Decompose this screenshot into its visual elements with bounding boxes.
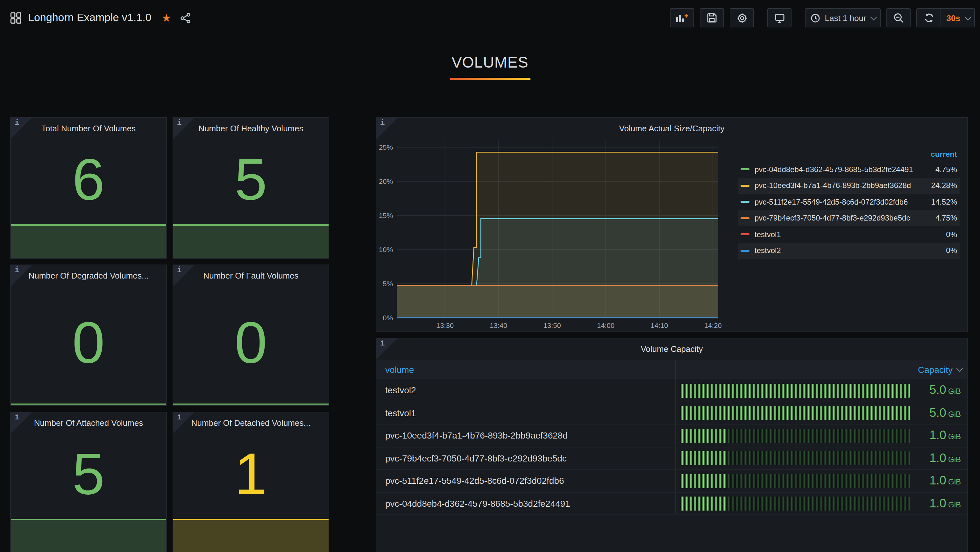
capacity-unit: GiB [948,387,961,396]
panel-info-corner [173,265,194,286]
stat-sparkline [11,404,166,405]
stat-sparkline [173,404,329,405]
capacity-unit: GiB [948,410,961,419]
column-header-capacity[interactable]: Capacity [676,364,967,375]
refresh-interval-picker[interactable]: 30s [941,8,975,27]
refresh-interval-label: 30s [947,13,960,22]
stat-sparkline [11,519,166,552]
capacity-unit: GiB [948,455,961,464]
panel-info-corner [376,338,397,359]
capacity-number: 5.0 [929,406,946,420]
legend-series-name[interactable]: testvol1 [754,230,946,239]
table-panel-title[interactable]: Volume Capacity [376,338,967,355]
stat-value: 5 [11,429,166,519]
info-icon[interactable]: i [380,339,385,348]
legend-series-name[interactable]: pvc-10eed3f4-b7a1-4b76-893b-2bb9aef3628d [754,181,931,190]
legend-current-header[interactable]: current [738,147,959,161]
legend-series-color-dash [741,217,749,219]
legend-series-current-value: 4.75% [935,165,957,174]
chart-legend: current pvc-04dd8eb4-d362-4579-8685-5b3d… [738,147,959,259]
table-panel-volume-capacity: i Volume Capacity volume Capacity testvo… [376,338,968,552]
led-gauge [680,451,910,465]
time-range-picker[interactable]: Last 1 hour [805,8,881,27]
dashboard-settings-button[interactable] [730,8,754,27]
svg-text:13:50: 13:50 [544,322,561,328]
chart-panel-title[interactable]: Volume Actual Size/Capacity [376,118,967,134]
info-icon[interactable]: i [177,266,181,275]
capacity-number: 1.0 [929,451,946,465]
stat-panel-title[interactable]: Number Of Degraded Volumes... [11,265,166,282]
led-gauge-filled [680,451,726,465]
add-panel-button[interactable] [670,8,694,27]
chevron-down-icon [871,14,877,20]
stat-value: 1 [173,429,329,519]
info-icon[interactable]: i [14,413,19,422]
stat-panel-title[interactable]: Number Of Fault Volumes [173,265,329,282]
stat-sparkline [11,224,166,258]
legend-series-color-dash [741,250,749,252]
stat-panel-5: iNumber Of Detached Volumes...1 [173,412,329,552]
favorite-star-icon[interactable]: ★ [162,13,172,23]
stat-panel-title[interactable]: Number Of Healthy Volumes [173,118,329,134]
svg-text:13:30: 13:30 [436,322,454,328]
legend-series-name[interactable]: pvc-511f2e17-5549-42d5-8c6d-072f3d02fdb6 [754,198,931,206]
info-icon[interactable]: i [177,118,181,128]
volume-name-cell: pvc-511f2e17-5549-42d5-8c6d-072f3d02fdb6 [376,470,676,492]
legend-series-color-dash [741,185,749,187]
svg-text:13:40: 13:40 [490,322,507,328]
capacity-gauge-cell [676,492,897,514]
led-gauge [680,383,910,397]
stat-panel-title[interactable]: Number Of Attached Volumes [11,412,166,429]
volume-name-cell: pvc-10eed3f4-b7a1-4b76-893b-2bb9aef3628d [376,424,676,447]
table-header: volume Capacity [376,360,967,379]
capacity-number: 1.0 [929,429,946,442]
svg-text:15%: 15% [379,212,393,220]
legend-row: testvol10% [738,226,959,242]
svg-text:0%: 0% [383,314,393,322]
stat-panel-2: iNumber Of Degraded Volumes...0 [10,265,167,406]
table-row: pvc-511f2e17-5549-42d5-8c6d-072f3d02fdb6… [376,470,967,492]
capacity-unit: GiB [948,478,961,487]
info-icon[interactable]: i [177,413,181,422]
stat-panel-0: iTotal Number Of Volumes6 [10,117,167,259]
stat-grid: iTotal Number Of Volumes6iNumber Of Heal… [10,117,329,552]
capacity-unit: GiB [948,500,961,509]
cycle-view-mode-button[interactable] [768,8,792,27]
legend-series-name[interactable]: pvc-04dd8eb4-d362-4579-8685-5b3d2fe24491 [754,165,935,174]
capacity-gauge-cell [676,402,897,424]
stat-value: 0 [11,282,166,404]
column-header-volume[interactable]: volume [376,360,676,379]
stat-panel-title[interactable]: Number Of Detached Volumes... [173,412,329,429]
capacity-number: 1.0 [929,496,946,510]
legend-series-name[interactable]: testvol2 [754,246,946,255]
legend-row: pvc-511f2e17-5549-42d5-8c6d-072f3d02fdb6… [738,194,959,210]
volume-name-cell: testvol1 [376,402,676,424]
table-row: testvol25.0GiB [376,379,967,402]
legend-row: testvol20% [738,242,959,259]
dashboard-title[interactable]: Longhorn Example v1.1.0 [28,11,151,24]
stat-sparkline [173,224,329,258]
panel-info-corner [173,118,194,139]
info-icon[interactable]: i [14,266,19,275]
info-icon[interactable]: i [380,118,385,128]
share-icon[interactable] [180,13,191,23]
grafana-dashboard: Longhorn Example v1.1.0 ★ [0,0,980,552]
stat-panel-1: iNumber Of Healthy Volumes5 [173,117,329,259]
clock-icon [811,13,821,22]
save-dashboard-button[interactable] [700,8,724,27]
stat-panel-title[interactable]: Total Number Of Volumes [11,118,166,134]
panel-info-corner [11,118,32,139]
timeseries-chart[interactable]: 0%5%10%15%20%25%13:3013:4013:5014:0014:1… [376,136,733,328]
legend-series-name[interactable]: pvc-79b4ecf3-7050-4d77-8bf3-e292d93be5dc [754,214,935,223]
led-gauge-filled [680,383,910,397]
svg-text:14:10: 14:10 [651,322,668,328]
refresh-button[interactable] [916,8,941,27]
zoom-out-time-button[interactable] [887,8,911,27]
legend-row: pvc-79b4ecf3-7050-4d77-8bf3-e292d93be5dc… [738,210,959,226]
info-icon[interactable]: i [14,118,19,128]
stat-value: 6 [11,134,166,224]
legend-series-current-value: 14.52% [931,198,957,206]
dashboard-grid-icon[interactable] [10,12,22,24]
panel-info-corner [376,118,397,139]
capacity-number: 5.0 [929,383,946,397]
